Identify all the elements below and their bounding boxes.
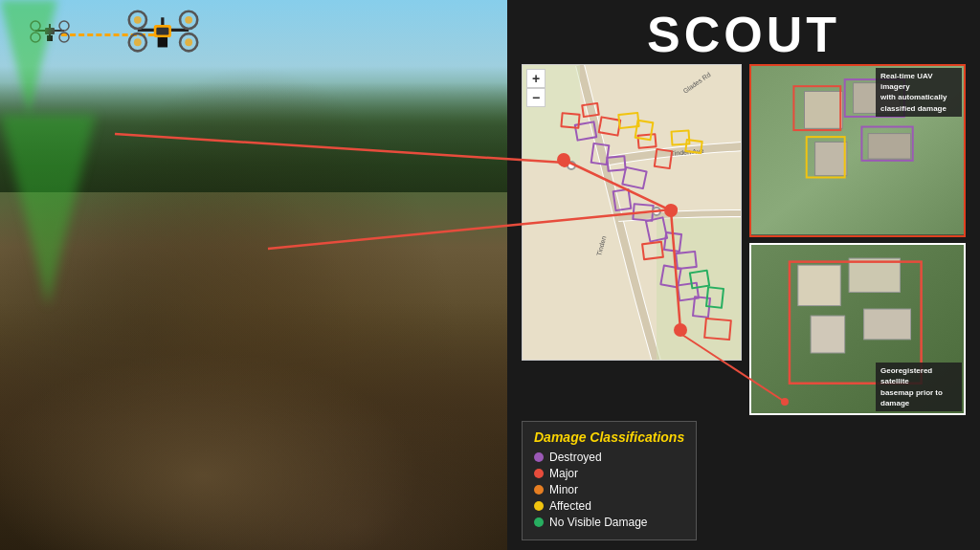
debris-area <box>0 302 507 550</box>
scout-title: SCOUT <box>522 10 966 59</box>
sat-bottom-label: Georegistered satellite basemap prior to… <box>876 363 962 411</box>
svg-rect-30 <box>815 142 847 175</box>
svg-point-17 <box>134 15 142 23</box>
svg-point-18 <box>185 15 192 23</box>
satellite-images: Real-time UAV imagery with automatically… <box>749 64 966 415</box>
damage-title: Damage Classifications <box>534 429 684 445</box>
damage-item-no-visible: No Visible Damage <box>534 516 684 529</box>
damage-item-affected: Affected <box>534 499 684 513</box>
bottom-area: Damage Classifications DestroyedMajorMin… <box>522 421 966 540</box>
svg-rect-37 <box>798 265 840 305</box>
map-connection-bottom <box>674 323 687 337</box>
svg-rect-39 <box>811 316 845 353</box>
damage-dot-no-visible <box>534 517 544 527</box>
damage-label-affected: Affected <box>549 499 591 513</box>
svg-point-20 <box>185 38 192 46</box>
svg-rect-38 <box>849 258 900 292</box>
map-connection-top <box>557 153 570 166</box>
svg-point-4 <box>59 21 69 31</box>
damage-label-destroyed: Destroyed <box>549 451 602 464</box>
svg-rect-31 <box>868 134 910 159</box>
svg-rect-11 <box>156 27 168 34</box>
svg-point-6 <box>59 33 69 42</box>
svg-rect-40 <box>864 309 911 340</box>
svg-point-19 <box>134 38 142 46</box>
map-connection-mid <box>664 204 678 217</box>
right-panel: SCOUT <box>507 0 980 550</box>
left-panel <box>0 0 507 550</box>
drone-2-icon <box>122 5 204 61</box>
light-beam-1 <box>0 0 57 115</box>
damage-dot-minor <box>534 485 544 495</box>
main-container: SCOUT <box>0 0 980 550</box>
satellite-image-after: Real-time UAV imagery with automatically… <box>749 64 966 237</box>
svg-rect-28 <box>805 91 843 128</box>
svg-rect-16 <box>157 37 167 47</box>
damage-classifications: Damage Classifications DestroyedMajorMin… <box>522 421 697 540</box>
damage-item-minor: Minor <box>534 483 684 496</box>
map-container[interactable]: Glades Rd Tinden Ave Tinden <box>522 64 742 361</box>
damage-label-major: Major <box>549 467 578 480</box>
damage-items: DestroyedMajorMinorAffectedNo Visible Da… <box>534 451 684 529</box>
right-content: Glades Rd Tinden Ave Tinden <box>522 64 966 415</box>
damage-dot-major <box>534 469 544 478</box>
sat-bottom-label-text: Georegistered satellite basemap prior to… <box>880 366 943 407</box>
light-beam-2 <box>0 115 96 306</box>
satellite-image-before: Georegistered satellite basemap prior to… <box>749 243 966 416</box>
sat-top-label-text: Real-time UAV imagery with automatically… <box>880 72 947 113</box>
damage-label-no-visible: No Visible Damage <box>549 516 648 529</box>
damage-dot-destroyed <box>534 452 544 462</box>
damage-label-minor: Minor <box>549 483 578 496</box>
sat-top-label: Real-time UAV imagery with automatically… <box>876 68 962 117</box>
map-route-svg <box>523 65 742 361</box>
damage-item-major: Major <box>534 467 684 480</box>
damage-dot-affected <box>534 501 544 511</box>
damage-item-destroyed: Destroyed <box>534 451 684 464</box>
